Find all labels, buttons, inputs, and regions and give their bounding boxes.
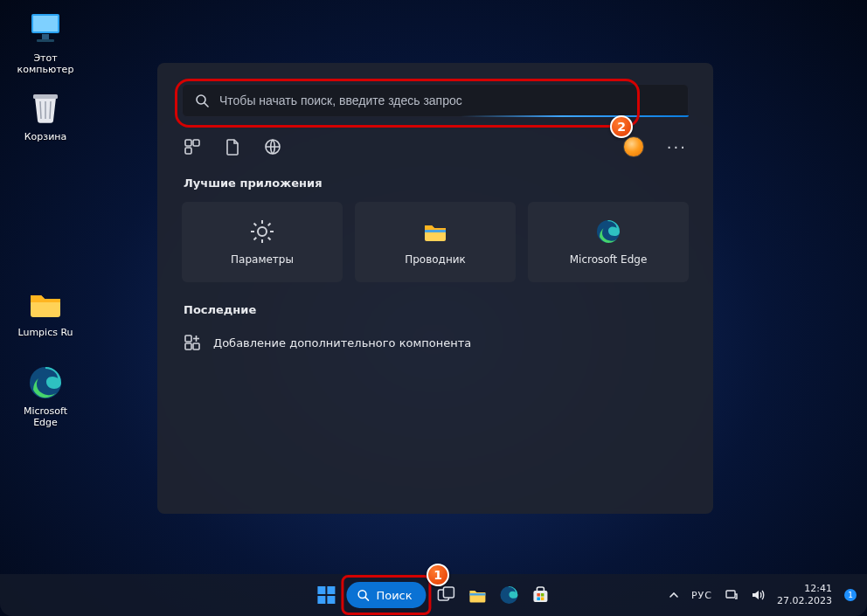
app-card-label: Параметры bbox=[231, 253, 294, 266]
tray-clock[interactable]: 12:41 27.02.2023 bbox=[777, 583, 832, 607]
svg-rect-23 bbox=[185, 336, 191, 342]
svg-rect-39 bbox=[538, 593, 541, 597]
monitor-icon bbox=[26, 10, 65, 49]
svg-rect-31 bbox=[327, 596, 335, 604]
svg-rect-24 bbox=[193, 343, 199, 350]
svg-rect-3 bbox=[37, 39, 54, 42]
edge-icon bbox=[26, 363, 65, 402]
svg-line-17 bbox=[254, 224, 257, 226]
svg-rect-30 bbox=[317, 596, 325, 604]
svg-rect-9 bbox=[193, 140, 199, 146]
taskbar-center: Поиск bbox=[315, 582, 551, 608]
taskbar-edge[interactable] bbox=[498, 584, 521, 606]
more-button[interactable]: ··· bbox=[667, 138, 687, 156]
svg-rect-43 bbox=[726, 591, 735, 598]
annotation-badge-2: 2 bbox=[610, 115, 633, 138]
desktop-icon-edge[interactable]: Microsoft Edge bbox=[10, 363, 80, 428]
best-apps-row: Параметры Проводник Microsoft Edge bbox=[182, 202, 689, 282]
svg-rect-38 bbox=[534, 591, 548, 602]
tab-apps-icon[interactable] bbox=[184, 138, 201, 156]
tab-documents-icon[interactable] bbox=[224, 138, 241, 156]
recent-item-label: Добавление дополнительного компонента bbox=[213, 336, 471, 350]
svg-rect-8 bbox=[185, 140, 191, 146]
search-icon bbox=[195, 93, 209, 107]
app-card-label: Microsoft Edge bbox=[570, 253, 648, 266]
folder-icon bbox=[26, 285, 65, 323]
user-avatar[interactable] bbox=[623, 136, 644, 157]
tray-time: 12:41 bbox=[777, 583, 832, 595]
desktop-icon-label: Microsoft Edge bbox=[24, 405, 67, 428]
taskbar-explorer[interactable] bbox=[467, 584, 489, 606]
search-icon bbox=[357, 589, 369, 601]
desktop-icon-recycle-bin[interactable]: Корзина bbox=[10, 89, 80, 142]
taskbar-tray: РУС 12:41 27.02.2023 1 bbox=[669, 583, 857, 607]
svg-line-19 bbox=[254, 238, 257, 240]
settings-icon bbox=[249, 218, 275, 245]
svg-rect-35 bbox=[444, 587, 454, 598]
svg-line-7 bbox=[205, 103, 208, 107]
taskbar-store[interactable] bbox=[530, 584, 552, 606]
svg-rect-4 bbox=[33, 94, 58, 99]
folder-icon bbox=[422, 218, 448, 245]
svg-line-20 bbox=[268, 224, 271, 226]
svg-line-18 bbox=[268, 238, 271, 240]
svg-point-12 bbox=[258, 227, 267, 236]
svg-line-33 bbox=[365, 598, 369, 601]
svg-rect-29 bbox=[327, 586, 335, 594]
tray-network-icon[interactable] bbox=[725, 588, 739, 602]
filter-tabs: ··· bbox=[184, 136, 687, 157]
svg-rect-10 bbox=[185, 148, 191, 154]
desktop-icon-folder[interactable]: Lumpics Ru bbox=[10, 285, 80, 338]
svg-rect-41 bbox=[538, 598, 541, 601]
app-card-settings[interactable]: Параметры bbox=[182, 202, 343, 282]
taskbar-search-button[interactable]: Поиск bbox=[346, 582, 426, 608]
taskbar-search-label: Поиск bbox=[376, 589, 412, 602]
desktop-icon-label: Этот компьютер bbox=[17, 52, 74, 75]
search-box[interactable] bbox=[182, 84, 689, 117]
svg-rect-2 bbox=[42, 34, 49, 39]
trash-icon bbox=[26, 89, 65, 128]
svg-rect-1 bbox=[33, 16, 58, 31]
recent-item[interactable]: Добавление дополнительного компонента bbox=[182, 329, 689, 356]
start-button[interactable] bbox=[315, 584, 337, 606]
tray-notification-badge[interactable]: 1 bbox=[844, 589, 857, 601]
app-card-edge[interactable]: Microsoft Edge bbox=[528, 202, 689, 282]
tray-date: 27.02.2023 bbox=[777, 595, 832, 607]
svg-rect-42 bbox=[541, 598, 544, 601]
tray-overflow[interactable] bbox=[669, 590, 679, 600]
desktop-icon-label: Lumpics Ru bbox=[17, 327, 73, 338]
app-card-label: Проводник bbox=[405, 253, 466, 266]
app-card-explorer[interactable]: Проводник bbox=[355, 202, 516, 282]
annotation-badge-1: 1 bbox=[427, 564, 449, 586]
svg-rect-21 bbox=[425, 230, 446, 232]
search-input[interactable] bbox=[219, 93, 676, 107]
add-component-icon bbox=[184, 334, 201, 351]
best-apps-title: Лучшие приложения bbox=[184, 176, 687, 190]
desktop-icon-label: Корзина bbox=[24, 131, 66, 142]
svg-rect-28 bbox=[317, 586, 325, 594]
tray-language[interactable]: РУС bbox=[691, 590, 712, 601]
recent-title: Последние bbox=[184, 303, 687, 316]
tray-volume-icon[interactable] bbox=[751, 588, 765, 602]
tab-web-icon[interactable] bbox=[264, 138, 281, 156]
edge-icon bbox=[595, 218, 621, 245]
svg-rect-25 bbox=[185, 343, 191, 350]
taskbar-task-view[interactable] bbox=[435, 584, 458, 606]
svg-rect-36 bbox=[470, 593, 486, 596]
search-underline bbox=[182, 115, 689, 117]
svg-rect-40 bbox=[541, 593, 544, 597]
desktop-icon-this-pc[interactable]: Этот компьютер bbox=[10, 10, 80, 75]
